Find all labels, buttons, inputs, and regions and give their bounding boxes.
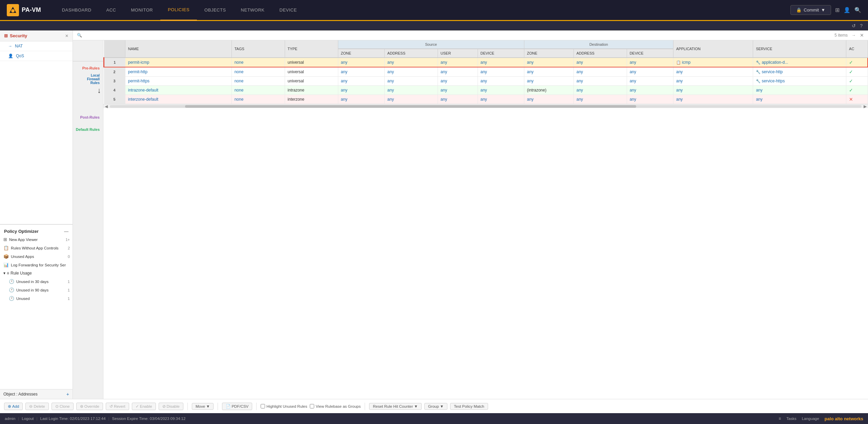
row-src-addr: any <box>384 95 438 104</box>
row-src-user: any <box>438 67 478 77</box>
row-dst-zone: any <box>524 67 573 77</box>
row-src-device: any <box>478 58 524 67</box>
search-icon[interactable]: 🔍 <box>854 7 861 13</box>
row-type: universal <box>285 67 338 77</box>
th-name: NAME <box>125 40 231 58</box>
nav-network[interactable]: NETWORK <box>234 0 272 21</box>
clone-button[interactable]: ⊙ Clone <box>52 403 74 410</box>
toolbar-sep-3 <box>256 403 257 410</box>
view-rulebase-label[interactable]: View Rulebase as Groups <box>310 404 361 408</box>
horizontal-scrollbar[interactable]: ◀ ▶ <box>103 104 868 108</box>
move-button[interactable]: Move ▼ <box>192 403 214 410</box>
scroll-right-arrow[interactable]: ▶ <box>862 104 868 109</box>
reset-counter-button[interactable]: Reset Rule Hit Counter ▼ <box>369 403 422 410</box>
table-row[interactable]: 3 permit-https none universal any any an… <box>104 77 868 86</box>
help-icon[interactable]: ? <box>860 23 863 28</box>
th-dst-address: ADDRESS <box>573 49 627 58</box>
row-type: universal <box>285 77 338 86</box>
highlight-unused-checkbox[interactable] <box>261 404 265 408</box>
svc-icon-2: 🔧 service-http <box>756 69 783 74</box>
enable-icon: ✓ <box>136 404 139 409</box>
row-num: 1 <box>104 58 125 67</box>
wrench-icon-2: 🔧 <box>756 70 761 74</box>
scroll-left-arrow[interactable]: ◀ <box>103 104 109 109</box>
row-application: any <box>673 95 753 104</box>
nav-objects[interactable]: OBJECTS <box>197 0 233 21</box>
optimizer-unused-apps[interactable]: 📦 Unused Apps 0 <box>0 252 73 261</box>
table-row[interactable]: 1 permit-icmp none universal any any any… <box>104 58 868 67</box>
view-rulebase-checkbox[interactable] <box>310 404 314 408</box>
row-dst-device: any <box>627 58 673 67</box>
th-num <box>104 40 125 58</box>
nav-right: 🔒 Commit ▼ ⊞ 👤 🔍 <box>790 5 861 15</box>
row-dst-device: any <box>627 95 673 104</box>
move-dropdown-icon: ▼ <box>206 404 210 408</box>
local-fw-label2: Firewall <box>87 77 101 81</box>
optimizer-collapse-icon[interactable]: — <box>64 229 68 234</box>
row-src-user: any <box>438 95 478 104</box>
reset-dropdown-icon: ▼ <box>414 404 418 408</box>
row-service: 🔧 application-d... <box>753 58 846 67</box>
rule-usage-title[interactable]: ▾ ≡ Rule Usage <box>0 269 73 277</box>
language-label[interactable]: Language <box>802 417 819 421</box>
disable-button[interactable]: ⊘ Disable <box>159 403 183 410</box>
optimizer-rules-without-app[interactable]: 📋 Rules Without App Controls 2 <box>0 244 73 252</box>
logo-text: PA-VM <box>22 6 41 14</box>
refresh-icon[interactable]: ↺ <box>852 23 856 28</box>
enable-button[interactable]: ✓ Enable <box>132 403 156 410</box>
sidebar-item-qos[interactable]: 👤 QoS <box>0 51 73 61</box>
sidebar-item-nat[interactable]: → NAT <box>0 41 73 51</box>
search-bar: 🔍 5 items → ✕ <box>73 31 868 40</box>
unused-90-icon: 🕐 <box>9 287 14 292</box>
table-row[interactable]: 2 permit-http none universal any any any… <box>104 67 868 77</box>
status-logout[interactable]: Logout <box>22 417 34 421</box>
table-row[interactable]: 5 interzone-default none interzone any a… <box>104 95 868 104</box>
nav-policies[interactable]: POLICIES <box>160 0 197 21</box>
search-close-icon[interactable]: ✕ <box>860 33 864 38</box>
nav-icon-2[interactable]: 👤 <box>844 7 850 13</box>
rule-usage-90days[interactable]: 🕐 Unused in 90 days 1 <box>0 286 73 294</box>
commit-button[interactable]: 🔒 Commit ▼ <box>790 5 831 15</box>
rule-usage-30days[interactable]: 🕐 Unused in 30 days 1 <box>0 277 73 286</box>
object-addresses-label: Object : Addresses <box>3 392 38 397</box>
logo-icon <box>7 4 19 16</box>
search-bar-icon: 🔍 <box>77 33 82 38</box>
group-button[interactable]: Group ▼ <box>424 403 447 410</box>
optimizer-log-forwarding[interactable]: 📊 Log Forwarding for Security Ser <box>0 261 73 269</box>
tasks-label[interactable]: Tasks <box>786 417 796 421</box>
pre-rules-label: Pre-Rules <box>82 66 101 70</box>
th-service: SERVICE <box>753 40 846 58</box>
th-action: AC <box>846 40 868 58</box>
row-src-device: any <box>478 86 524 95</box>
test-policy-button[interactable]: Test Policy Match <box>450 403 488 410</box>
pdf-csv-button[interactable]: 📄 PDF/CSV <box>222 403 252 410</box>
highlight-unused-label[interactable]: Highlight Unused Rules <box>261 404 307 408</box>
toolbar-sep-4 <box>365 403 365 410</box>
row-type: interzone <box>285 95 338 104</box>
scroll-thumb[interactable] <box>185 105 636 108</box>
row-src-addr: any <box>384 77 438 86</box>
nav-device[interactable]: DEVICE <box>272 0 304 21</box>
nav-acc[interactable]: ACC <box>99 0 124 21</box>
delete-button[interactable]: ⊖ Delete <box>25 403 48 410</box>
nav-icon-1[interactable]: ⊞ <box>835 7 840 13</box>
table-row[interactable]: 4 intrazone-default none intrazone any a… <box>104 86 868 95</box>
nav-monitor[interactable]: MONITOR <box>123 0 160 21</box>
table-container[interactable]: NAME TAGS TYPE Source Destination APPLIC… <box>103 40 868 399</box>
paloalto-logo: palo alto networks <box>825 416 863 421</box>
th-source-group: Source <box>338 40 524 49</box>
unused-icon: 🕐 <box>9 296 14 301</box>
add-button[interactable]: ⊕ Add <box>4 403 23 410</box>
unused-30-icon: 🕐 <box>9 279 14 284</box>
search-input[interactable] <box>85 33 832 38</box>
revert-button[interactable]: ↺ Revert <box>106 403 129 410</box>
sidebar-close-icon[interactable]: ✕ <box>65 34 68 38</box>
rule-usage-unused[interactable]: 🕐 Unused 1 <box>0 294 73 303</box>
sidebar-header: ⊞ Security ✕ <box>0 31 73 41</box>
override-button[interactable]: ⊛ Override <box>76 403 103 410</box>
scroll-track[interactable] <box>110 105 862 108</box>
nav-dashboard[interactable]: DASHBOARD <box>55 0 99 21</box>
optimizer-new-app-viewer[interactable]: ⊞ New App Viewer 1+ <box>0 235 73 244</box>
row-dst-addr: any <box>573 86 627 95</box>
object-add-icon[interactable]: + <box>66 391 69 397</box>
